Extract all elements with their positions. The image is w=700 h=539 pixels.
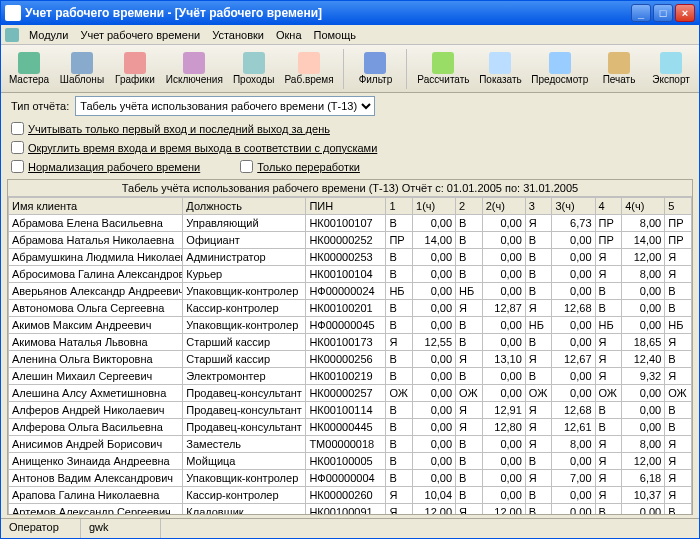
toolbtn-рассчитать[interactable]: Рассчитать xyxy=(414,47,472,91)
toolbtn-шаблоны[interactable]: Шаблоны xyxy=(57,47,107,91)
table-row[interactable]: Алферов Андрей НиколаевичПродавец-консул… xyxy=(9,402,692,419)
toolbar-separator xyxy=(343,49,344,89)
toolbar-icon xyxy=(183,52,205,74)
menu-2[interactable]: Установки xyxy=(206,27,270,43)
toolbar-icon xyxy=(71,52,93,74)
table-row[interactable]: Антонов Вадим АлександровичУпаковщик-кон… xyxy=(9,470,692,487)
toolbar: МастераШаблоныГрафикиИсключенияПроходыРа… xyxy=(1,45,699,93)
toolbar-icon xyxy=(549,52,571,74)
toolbtn-печать[interactable]: Печать xyxy=(595,47,643,91)
grid-scroll[interactable]: Имя клиентаДолжностьПИН11(ч)22(ч)33(ч)44… xyxy=(8,197,692,514)
col-header[interactable]: 1 xyxy=(386,198,413,215)
minimize-button[interactable]: _ xyxy=(631,4,651,22)
chk-overtime[interactable]: Только переработки xyxy=(240,160,360,173)
table-row[interactable]: Акимов Максим АндреевичУпаковщик-контрол… xyxy=(9,317,692,334)
toolbar-separator xyxy=(406,49,407,89)
col-header[interactable]: 2(ч) xyxy=(482,198,525,215)
table-row[interactable]: Акимова Наталья ЛьвовнаСтарший кассирНК0… xyxy=(9,334,692,351)
status-operator: Оператор xyxy=(1,519,81,538)
app-icon xyxy=(5,5,21,21)
col-header[interactable]: 4 xyxy=(595,198,622,215)
menu-0[interactable]: Модули xyxy=(23,27,74,43)
table-row[interactable]: Анищенко Зинаида АндреевнаМойщицаНК00100… xyxy=(9,453,692,470)
chk-first-last[interactable]: Учитывать только первый вход и последний… xyxy=(11,122,330,135)
toolbtn-раб.время[interactable]: Раб.время xyxy=(282,47,337,91)
toolbar-label: Исключения xyxy=(166,74,223,85)
table-row[interactable]: Алешин Михаил СергеевичЭлектромонтерНК00… xyxy=(9,368,692,385)
toolbar-icon xyxy=(18,52,40,74)
timesheet-table[interactable]: Имя клиентаДолжностьПИН11(ч)22(ч)33(ч)44… xyxy=(8,197,692,514)
toolbar-label: Проходы xyxy=(233,74,274,85)
toolbar-icon xyxy=(489,52,511,74)
table-row[interactable]: Анисимов Андрей БорисовичЗаместельТМ0000… xyxy=(9,436,692,453)
titlebar[interactable]: Учет рабочего времени - [Учёт рабочего в… xyxy=(1,1,699,25)
col-header[interactable]: 2 xyxy=(456,198,483,215)
grid-caption: Табель учёта использования рабочего врем… xyxy=(8,180,692,197)
toolbtn-проходы[interactable]: Проходы xyxy=(230,47,278,91)
menu-1[interactable]: Учет рабочего времени xyxy=(74,27,206,43)
main-window: Учет рабочего времени - [Учёт рабочего в… xyxy=(0,0,700,539)
report-type-row: Тип отчёта: Табель учёта использования р… xyxy=(1,93,699,119)
table-row[interactable]: Арапова Галина НиколаевнаКассир-контроле… xyxy=(9,487,692,504)
col-header[interactable]: 5 xyxy=(665,198,692,215)
col-header[interactable]: Должность xyxy=(183,198,306,215)
menubar-icon xyxy=(5,28,19,42)
menu-4[interactable]: Помощь xyxy=(308,27,363,43)
col-header[interactable]: 3(ч) xyxy=(552,198,595,215)
toolbar-icon xyxy=(364,52,386,74)
chk-normalize[interactable]: Нормализация рабочего времени xyxy=(11,160,200,173)
col-header[interactable]: Имя клиента xyxy=(9,198,183,215)
table-row[interactable]: Алферова Ольга ВасильевнаПродавец-консул… xyxy=(9,419,692,436)
toolbar-icon xyxy=(432,52,454,74)
table-row[interactable]: Аверьянов Александр АндреевичУпаковщик-к… xyxy=(9,283,692,300)
close-button[interactable]: × xyxy=(675,4,695,22)
menu-3[interactable]: Окна xyxy=(270,27,308,43)
toolbar-label: Печать xyxy=(603,74,636,85)
table-row[interactable]: Артемов Александр СергеевичКладовщикНК00… xyxy=(9,504,692,515)
toolbar-icon xyxy=(124,52,146,74)
chk-round[interactable]: Округлить время входа и время выхода в с… xyxy=(11,141,377,154)
toolbtn-экспорт[interactable]: Экспорт xyxy=(647,47,695,91)
toolbar-label: Предосмотр xyxy=(531,74,588,85)
col-header[interactable]: 4(ч) xyxy=(622,198,665,215)
table-row[interactable]: Автономова Ольга СергеевнаКассир-контрол… xyxy=(9,300,692,317)
toolbar-icon xyxy=(298,52,320,74)
toolbar-label: Показать xyxy=(479,74,522,85)
table-row[interactable]: Абрамушкина Людмила НиколаевнаАдминистра… xyxy=(9,249,692,266)
toolbtn-предосмотр[interactable]: Предосмотр xyxy=(529,47,591,91)
table-row[interactable]: Абрамова Наталья НиколаевнаОфициантНК000… xyxy=(9,232,692,249)
toolbtn-фильтр[interactable]: Фильтр xyxy=(351,47,399,91)
toolbtn-мастера[interactable]: Мастера xyxy=(5,47,53,91)
toolbar-icon xyxy=(660,52,682,74)
report-type-select[interactable]: Табель учёта использования рабочего врем… xyxy=(75,96,375,116)
toolbtn-показать[interactable]: Показать xyxy=(476,47,524,91)
table-row[interactable]: Абрамова Елена ВасильевнаУправляющийНК00… xyxy=(9,215,692,232)
col-header[interactable]: 1(ч) xyxy=(413,198,456,215)
toolbar-label: Мастера xyxy=(9,74,49,85)
toolbtn-исключения[interactable]: Исключения xyxy=(163,47,226,91)
table-row[interactable]: Абросимова Галина АлександровнаКурьерНК0… xyxy=(9,266,692,283)
table-row[interactable]: Алешина Алсу АхметишновнаПродавец-консул… xyxy=(9,385,692,402)
toolbar-label: Рассчитать xyxy=(417,74,469,85)
menubar: МодулиУчет рабочего времениУстановкиОкна… xyxy=(1,25,699,45)
toolbar-icon xyxy=(243,52,265,74)
toolbar-label: Экспорт xyxy=(652,74,690,85)
table-row[interactable]: Аленина Ольга ВикторовнаСтарший кассирНК… xyxy=(9,351,692,368)
window-title: Учет рабочего времени - [Учёт рабочего в… xyxy=(25,6,631,20)
statusbar: Оператор gwk xyxy=(1,518,699,538)
col-header[interactable]: ПИН xyxy=(306,198,386,215)
maximize-button[interactable]: □ xyxy=(653,4,673,22)
toolbar-label: Фильтр xyxy=(359,74,393,85)
toolbar-label: Графики xyxy=(115,74,155,85)
status-user: gwk xyxy=(81,519,161,538)
toolbtn-графики[interactable]: Графики xyxy=(111,47,159,91)
toolbar-label: Раб.время xyxy=(285,74,334,85)
toolbar-label: Шаблоны xyxy=(60,74,104,85)
toolbar-icon xyxy=(608,52,630,74)
data-grid: Табель учёта использования рабочего врем… xyxy=(7,179,693,515)
report-type-label: Тип отчёта: xyxy=(11,100,69,112)
col-header[interactable]: 3 xyxy=(525,198,552,215)
